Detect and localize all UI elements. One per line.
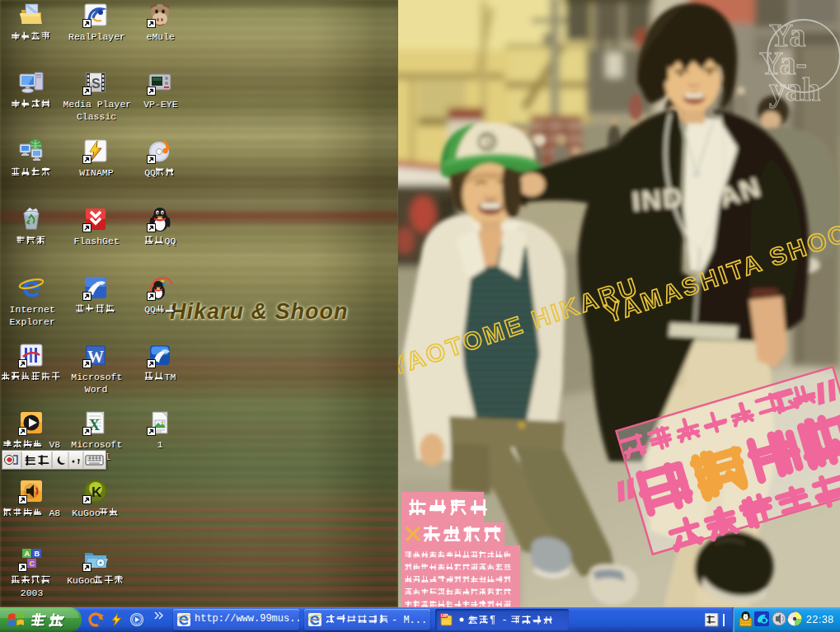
svg-text:Microsoft: Microsoft bbox=[71, 439, 122, 450]
svg-text:QQ: QQ bbox=[144, 167, 156, 178]
svg-text:2003: 2003 bbox=[21, 588, 44, 598]
svg-text:QQ: QQ bbox=[144, 304, 156, 315]
svg-text:Microsoft: Microsoft bbox=[71, 372, 122, 382]
svg-text:V8: V8 bbox=[44, 439, 61, 450]
svg-text:Internet: Internet bbox=[10, 304, 55, 315]
svg-text:TM: TM bbox=[165, 372, 176, 382]
svg-text:RealPlayer: RealPlayer bbox=[68, 31, 125, 42]
svg-text:QQ: QQ bbox=[165, 236, 176, 246]
svg-text:VP-EYE: VP-EYE bbox=[143, 99, 178, 110]
svg-text:Classic: Classic bbox=[77, 111, 116, 122]
svg-text:A: A bbox=[25, 550, 31, 558]
svg-text:FlashGet: FlashGet bbox=[74, 236, 120, 246]
svg-text:KuGoo: KuGoo bbox=[72, 508, 101, 518]
svg-text:A8: A8 bbox=[44, 508, 61, 518]
svg-text:- M...: - M... bbox=[392, 615, 427, 625]
svg-text:1: 1 bbox=[157, 439, 163, 450]
svg-text:Word: Word bbox=[85, 384, 108, 395]
svg-text:KuGoo: KuGoo bbox=[67, 575, 96, 586]
svg-text:Explorer: Explorer bbox=[10, 316, 55, 327]
svg-text:K: K bbox=[92, 485, 102, 500]
svg-text:Media Player: Media Player bbox=[63, 99, 130, 110]
svg-text:S: S bbox=[92, 77, 101, 91]
svg-text:¶ -: ¶ - bbox=[490, 615, 508, 625]
svg-text:eMule: eMule bbox=[147, 31, 176, 42]
svg-text:C: C bbox=[30, 559, 35, 568]
svg-text:WINAMP: WINAMP bbox=[79, 167, 114, 178]
svg-text:yah: yah bbox=[769, 71, 820, 108]
svg-text:B: B bbox=[35, 550, 40, 558]
svg-text:UIP: UIP bbox=[441, 613, 448, 618]
